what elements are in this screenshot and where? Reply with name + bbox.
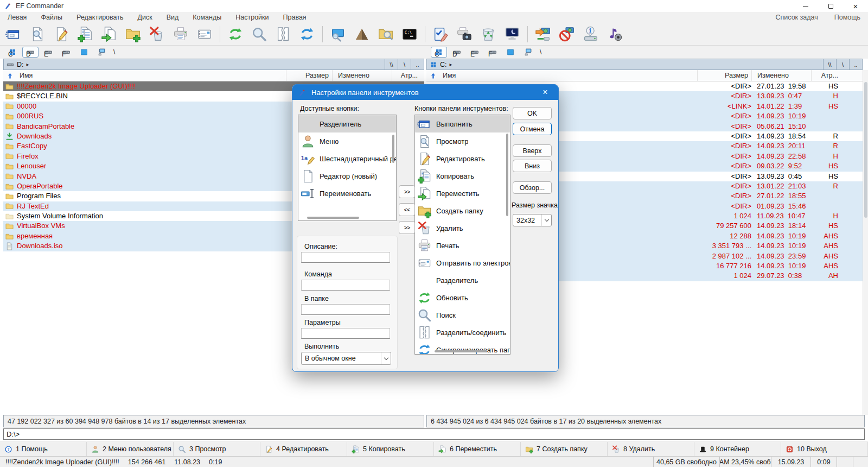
fn-button-5[interactable]: 5 Копировать <box>347 442 434 456</box>
sync-button[interactable] <box>295 24 319 45</box>
drive-E-button[interactable]: E <box>467 47 483 58</box>
column-attr[interactable]: Атр... <box>392 70 418 81</box>
search-button[interactable] <box>247 24 271 45</box>
drive-desktop-button[interactable] <box>76 47 92 58</box>
add-all-button[interactable]: >> <box>399 221 415 234</box>
dialog-list-item[interactable]: Печать <box>415 237 510 254</box>
scrollbar-thumb[interactable] <box>864 82 867 218</box>
run-mode-select[interactable]: В обычном окне <box>301 352 391 365</box>
dialog-list-item[interactable]: Выполнить <box>415 115 510 132</box>
maximize-button[interactable] <box>818 0 843 12</box>
dialog-list-item[interactable]: Шестнадцатеричный ред <box>298 150 396 167</box>
scrollbar-thumb[interactable] <box>307 217 359 219</box>
drive-network-button[interactable] <box>520 47 537 58</box>
scrollbar-thumb[interactable] <box>392 135 394 163</box>
column-modified[interactable]: Изменено <box>332 70 392 81</box>
field-input[interactable] <box>301 328 390 339</box>
path-bar-left[interactable]: D: ▸ \\\.. <box>3 59 424 70</box>
dialog-list-item[interactable]: Обновить <box>415 289 510 306</box>
drive-D-button[interactable]: D <box>449 47 465 58</box>
dialog-list-item[interactable]: Переместить <box>415 185 510 202</box>
toolbar-buttons-list[interactable]: ВыполнитьПросмотрРедактироватьКопировать… <box>414 115 510 355</box>
dialog-list-item[interactable]: Отправить по электронн <box>415 254 510 272</box>
printscreen-button[interactable] <box>452 24 476 45</box>
menu-item[interactable]: Помощь <box>834 14 860 21</box>
fn-button-7[interactable]: 7 Создать папку <box>521 442 608 456</box>
viewdoc-button[interactable] <box>25 24 49 45</box>
menu-item[interactable]: Вид <box>167 14 179 21</box>
audio-button[interactable] <box>603 24 627 45</box>
dialog-list-item[interactable]: Синхронизировать папк <box>415 341 510 355</box>
menu-item[interactable]: Настройки <box>235 14 269 21</box>
menu-item[interactable]: Левая <box>8 14 27 21</box>
print-button[interactable] <box>169 24 193 45</box>
dialog-close-icon[interactable]: × <box>538 88 552 97</box>
column-size[interactable]: Размер <box>697 70 751 81</box>
browse-button[interactable]: Обзор... <box>513 181 552 194</box>
copy-button[interactable] <box>73 24 97 45</box>
fn-button-8[interactable]: 8 Удалить <box>608 442 694 456</box>
delete-button[interactable] <box>145 24 169 45</box>
add-button[interactable]: >> <box>399 185 415 198</box>
cancel-button[interactable]: Отмена <box>513 123 552 135</box>
fn-button-6[interactable]: 6 Переместить <box>434 442 521 456</box>
path-button[interactable]: \ <box>836 59 849 70</box>
screenview-button[interactable] <box>326 24 350 45</box>
available-buttons-list[interactable]: РазделительМенюШестнадцатеричный редРеда… <box>298 115 397 221</box>
dialog-list-item[interactable]: Разделитель <box>415 272 510 289</box>
close-button[interactable]: × <box>843 0 868 12</box>
email-button[interactable] <box>193 24 216 45</box>
panel-scrollbar[interactable] <box>863 70 868 415</box>
fn-button-9[interactable]: 9 Контейнер <box>694 442 781 456</box>
minimize-button[interactable] <box>793 0 818 12</box>
dialog-list-item[interactable]: Разделитель <box>298 115 396 132</box>
column-modified[interactable]: Изменено <box>751 70 811 81</box>
column-size[interactable]: Размер <box>286 70 332 81</box>
refresh-button[interactable] <box>224 24 247 45</box>
dialog-list-item[interactable]: Копировать <box>415 167 510 185</box>
newfolder-button[interactable] <box>121 24 145 45</box>
drive-network-button[interactable] <box>94 47 110 58</box>
recycle-button[interactable] <box>476 24 500 45</box>
dialog-list-item[interactable]: Удалить <box>415 219 510 237</box>
command-line-input[interactable]: D:\> <box>3 428 865 440</box>
terminal-button[interactable] <box>398 24 422 45</box>
connect-button[interactable] <box>531 24 555 45</box>
foldersearch-button[interactable] <box>374 24 398 45</box>
scrollbar-thumb[interactable] <box>435 350 487 352</box>
menu-item[interactable]: Редактировать <box>76 14 123 21</box>
field-input[interactable] <box>301 280 390 291</box>
path-bar-right[interactable]: C: ▸ \\\.. <box>426 59 863 70</box>
drive-F-button[interactable]: F <box>484 47 501 58</box>
remove-button[interactable]: << <box>399 203 415 216</box>
menu-item[interactable]: Диск <box>137 14 152 21</box>
path-button[interactable]: .. <box>849 59 862 70</box>
fn-button-4[interactable]: 4 Редактировать <box>260 442 347 456</box>
dialog-list-item[interactable]: Меню <box>298 132 396 150</box>
down-button[interactable]: Вниз <box>513 160 552 172</box>
dialog-list-item[interactable]: Редактировать <box>415 150 510 167</box>
menu-item[interactable]: Файлы <box>41 14 62 21</box>
run-button[interactable] <box>2 24 25 45</box>
menu-item[interactable]: Команды <box>193 14 221 21</box>
field-input[interactable] <box>301 304 390 315</box>
drive-F-button[interactable]: F <box>58 47 74 58</box>
dialog-list-item[interactable]: Поиск <box>415 306 510 324</box>
menu-item[interactable]: Правая <box>283 14 307 21</box>
move-button[interactable] <box>97 24 121 45</box>
dialog-list-item[interactable]: Разделить/соединить <box>415 324 510 341</box>
dialog-list-item[interactable]: Просмотр <box>415 132 510 150</box>
edit-button[interactable] <box>49 24 73 45</box>
drive-E-button[interactable]: E <box>40 47 56 58</box>
settings-button[interactable] <box>429 24 452 45</box>
icon-size-select[interactable]: 32x32 <box>513 214 552 226</box>
column-name[interactable]: Имя <box>3 70 286 81</box>
dialog-list-item[interactable]: Переименовать <box>298 185 396 202</box>
field-input[interactable] <box>301 252 390 263</box>
column-name[interactable]: Имя <box>426 70 697 81</box>
drive-desktop-button[interactable] <box>502 47 519 58</box>
drive-C-button[interactable]: C <box>431 47 447 58</box>
path-button[interactable]: .. <box>411 59 424 70</box>
dialog-list-item[interactable]: Редактор (новый) <box>298 167 396 185</box>
column-attr[interactable]: Атр... <box>811 70 838 81</box>
